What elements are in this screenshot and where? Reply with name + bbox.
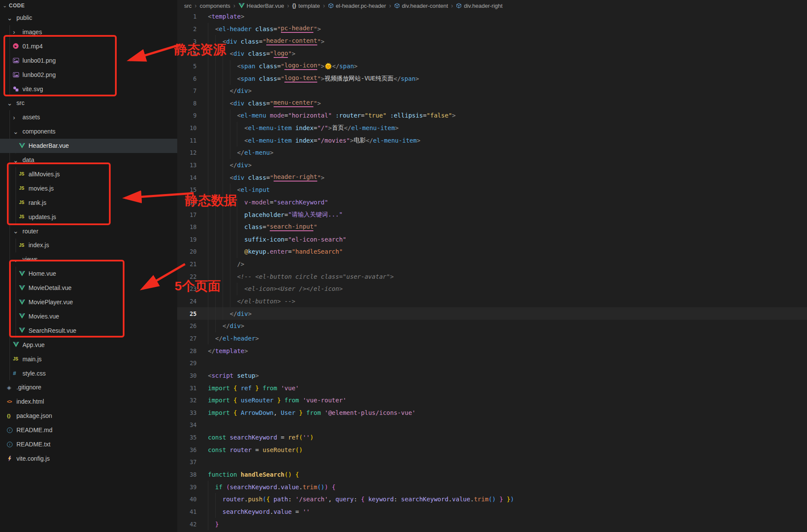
breadcrumb-item-headerbar-vue[interactable]: HeaderBar.vue xyxy=(239,3,284,9)
tree-item-data[interactable]: ⌄data xyxy=(0,153,177,167)
chevron-down-icon[interactable]: ⌄ xyxy=(7,15,13,21)
code-line-7[interactable]: 7</div> xyxy=(177,85,807,97)
code-line-29[interactable]: 29 xyxy=(177,357,807,370)
code-line-28[interactable]: 28</template> xyxy=(177,344,807,357)
code-line-24[interactable]: 24</el-button> --> xyxy=(177,295,807,308)
tree-item-searchresult-vue[interactable]: SearchResult.vue xyxy=(0,323,177,338)
chevron-right-icon[interactable]: › xyxy=(13,114,15,121)
code-line-34[interactable]: 34 xyxy=(177,419,807,431)
tree-item-movies-js[interactable]: JSmovies.js xyxy=(0,181,177,195)
code-line-4[interactable]: 4<div class="logo"> xyxy=(177,48,807,60)
tree-item-vite-config-js[interactable]: vite.config.js xyxy=(0,451,177,465)
breadcrumb-item-template[interactable]: {}template xyxy=(292,3,320,9)
breadcrumb-item-div-header-content[interactable]: div.header-content xyxy=(394,3,448,9)
tree-item-router[interactable]: ⌄router xyxy=(0,224,177,238)
code-line-40[interactable]: 40router.push({ path: '/search', query: … xyxy=(177,493,807,506)
code-line-11[interactable]: 11<el-menu-item index="/movies">电影</el-m… xyxy=(177,134,807,147)
code-token: useRouter xyxy=(262,446,295,453)
breadcrumb-item-components[interactable]: components xyxy=(200,3,230,9)
tree-item-index-html[interactable]: <>index.html xyxy=(0,395,177,409)
code-line-37[interactable]: 37 xyxy=(177,456,807,468)
tree-item-main-js[interactable]: JSmain.js xyxy=(0,352,177,366)
tree-item--gitignore[interactable]: ◈.gitignore xyxy=(0,380,177,395)
code-line-42[interactable]: 42} xyxy=(177,518,807,530)
code-line-19[interactable]: 19suffix-icon="el-icon-search" xyxy=(177,233,807,246)
breadcrumb-item-div-header-right[interactable]: div.header-right xyxy=(456,3,502,9)
tree-item-app-vue[interactable]: App.vue xyxy=(0,338,177,352)
code-line-31[interactable]: 31import { ref } from 'vue' xyxy=(177,382,807,394)
code-line-3[interactable]: 3<div class="header-content"> xyxy=(177,35,807,48)
code-line-8[interactable]: 8<div class="menu-center"> xyxy=(177,97,807,109)
chevron-right-icon[interactable]: › xyxy=(13,29,15,35)
tree-item-public[interactable]: ⌄public xyxy=(0,11,177,25)
tree-item-headerbar-vue[interactable]: HeaderBar.vue xyxy=(0,139,177,153)
code-token: = xyxy=(266,100,270,107)
code-line-25[interactable]: 25</div> xyxy=(177,307,807,320)
code-line-15[interactable]: 15<el-input xyxy=(177,184,807,196)
indent-guide xyxy=(208,518,215,530)
code-line-35[interactable]: 35const searchKeyword = ref('') xyxy=(177,431,807,444)
code-line-5[interactable]: 5<span class="logo-icon">🌞</span> xyxy=(177,60,807,73)
code-line-16[interactable]: 16v-model="searchKeyword" xyxy=(177,196,807,209)
code-token: < xyxy=(230,100,233,107)
tree-item-movieplayer-vue[interactable]: MoviePlayer.vue xyxy=(0,295,177,309)
tree-item-src[interactable]: ⌄src xyxy=(0,96,177,110)
chevron-down-icon[interactable]: ⌄ xyxy=(13,157,19,163)
tree-item-01-mp4[interactable]: ▶01.mp4 xyxy=(0,39,177,53)
chevron-down-icon[interactable]: ⌄ xyxy=(13,256,19,263)
code-line-9[interactable]: 9<el-menu mode="horizontal" :router="tru… xyxy=(177,109,807,122)
tree-item-images[interactable]: ›images xyxy=(0,25,177,39)
tree-item-readme-md[interactable]: iREADME.md xyxy=(0,423,177,437)
chevron-down-icon[interactable]: ⌄ xyxy=(7,100,13,106)
tree-item-lunbo02-png[interactable]: lunbo02.png xyxy=(0,67,177,82)
code-line-21[interactable]: 21/> xyxy=(177,258,807,271)
breadcrumb-item-label: src xyxy=(184,3,191,9)
tree-item-views[interactable]: ⌄views xyxy=(0,252,177,267)
tree-item-updates-js[interactable]: JSupdates.js xyxy=(0,210,177,224)
code-line-22[interactable]: 22<!-- <el-button circle class="user-ava… xyxy=(177,270,807,283)
code-area[interactable]: 1<template>2<el-header class="pc-header"… xyxy=(177,10,807,532)
code-line-30[interactable]: 30<script setup> xyxy=(177,370,807,382)
code-line-32[interactable]: 32import { useRouter } from 'vue-router' xyxy=(177,394,807,407)
tree-item-components[interactable]: ⌄components xyxy=(0,124,177,139)
code-line-33[interactable]: 33import { ArrowDown, User } from '@elem… xyxy=(177,407,807,419)
code-line-13[interactable]: 13</div> xyxy=(177,159,807,172)
code-line-17[interactable]: 17placeholder="请输入关键词..." xyxy=(177,208,807,221)
breadcrumb-item-el-header-pc-header[interactable]: el-header.pc-header xyxy=(328,3,386,9)
tree-item-moviedetail-vue[interactable]: MovieDetail.vue xyxy=(0,281,177,295)
code-line-18[interactable]: 18class="search-input" xyxy=(177,221,807,233)
code-line-2[interactable]: 2<el-header class="pc-header"> xyxy=(177,23,807,35)
code-line-14[interactable]: 14<div class="header-right"> xyxy=(177,171,807,184)
code-line-43[interactable]: 43} xyxy=(177,530,807,532)
code-line-27[interactable]: 27</el-header> xyxy=(177,332,807,345)
tree-item-home-vue[interactable]: Home.vue xyxy=(0,267,177,281)
tree-item-package-json[interactable]: {}package.json xyxy=(0,409,177,423)
chevron-down-icon[interactable]: ⌄ xyxy=(13,228,19,234)
code-line-26[interactable]: 26</div> xyxy=(177,320,807,332)
breadcrumb-item-src[interactable]: src xyxy=(184,3,191,9)
code-line-10[interactable]: 10<el-menu-item index="/">首页</el-menu-it… xyxy=(177,122,807,134)
code-token: header-right xyxy=(274,173,317,182)
tree-item-index-js[interactable]: JSindex.js xyxy=(0,238,177,252)
code-line-39[interactable]: 39if (searchKeyword.value.trim()) { xyxy=(177,481,807,493)
code-line-38[interactable]: 38function handleSearch() { xyxy=(177,468,807,481)
tree-item-lunbo01-png[interactable]: lunbo01.png xyxy=(0,53,177,67)
chevron-down-icon[interactable]: ⌄ xyxy=(13,128,19,135)
code-line-36[interactable]: 36const router = useRouter() xyxy=(177,443,807,456)
code-line-12[interactable]: 12</el-menu> xyxy=(177,147,807,159)
tree-item-allmovies-js[interactable]: JSallMovies.js xyxy=(0,167,177,181)
tree-item-vite-svg[interactable]: vite.svg xyxy=(0,82,177,96)
code-line-41[interactable]: 41searchKeyword.value = '' xyxy=(177,506,807,518)
code-token: { xyxy=(295,471,299,478)
tree-item-assets[interactable]: ›assets xyxy=(0,110,177,124)
code-line-6[interactable]: 6<span class="logo-text">视频播放网站-VUE纯页面</… xyxy=(177,72,807,85)
code-line-20[interactable]: 20@keyup.enter="handleSearch" xyxy=(177,245,807,258)
tree-item-rank-js[interactable]: JSrank.js xyxy=(0,195,177,210)
tree-item-movies-vue[interactable]: Movies.vue xyxy=(0,309,177,323)
code-line-23[interactable]: 23<el-icon><User /></el-icon> xyxy=(177,283,807,295)
editor-pane[interactable]: src›components›HeaderBar.vue›{}template›… xyxy=(177,0,807,532)
tree-item-label: main.js xyxy=(22,356,41,363)
code-line-1[interactable]: 1<template> xyxy=(177,10,807,23)
tree-item-style-css[interactable]: #style.css xyxy=(0,366,177,380)
tree-item-readme-txt[interactable]: iREADME.txt xyxy=(0,437,177,452)
